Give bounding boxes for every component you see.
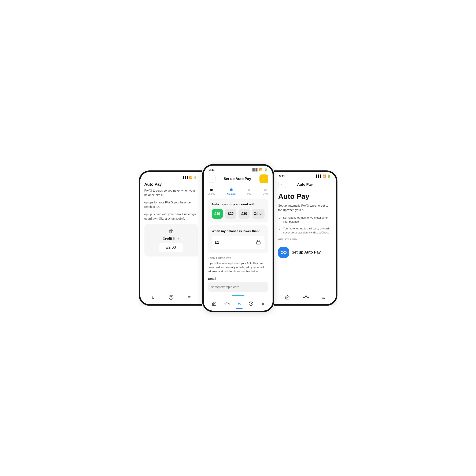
blue-indicator-left [165,289,177,289]
screenshot-container: ▐▐▐ 📶 🔋 Auto Pay PAYG top-ups so you nev… [122,164,354,312]
checkmark-icon-1: ✓ [278,216,281,220]
amount-card-title: Auto top-up my account with: [212,202,265,206]
stepper-label-amount: Amount [227,193,236,195]
status-bar-center: 9:41 ▐▐▐ 📶 🔋 [204,166,272,173]
nav-item-currency-center[interactable]: £ [238,301,241,306]
left-description-2: op-ups for your PAYG your balance reache… [144,200,198,209]
svg-line-13 [305,296,305,297]
page-title-center: Set up Auto Pay [224,177,251,181]
back-button-right[interactable]: ← [278,181,286,188]
stepper-line-3 [251,190,263,190]
check-text-2: Your auto top-up is paid card, so you'll… [283,226,332,235]
nav-header-left: Auto Pay [140,180,202,188]
setup-btn-label: Set up Auto Pay [292,250,321,255]
checkmark-icon-2: ✓ [278,227,281,231]
status-icons-left: ▐▐▐ 📶 🔋 [182,176,197,179]
nav-item-nodes-center[interactable] [224,301,230,306]
status-bar-right: 9:41 ▐▐▐ 📶 🔋 [274,172,336,179]
bottom-nav-center: £ ≡ [204,298,272,311]
status-time-center: 9:41 [209,168,215,171]
stepper-label-pay: Pay [247,192,251,195]
check-item-1: ✓ Set repeat top-ups for yo meter when y… [278,216,332,224]
stepper-step-done: Done [263,189,268,195]
left-description-3: op-up is paid with your bank ll never go… [144,212,198,221]
right-content: Auto Pay Set up automatic PAYG top-u for… [274,190,336,289]
stepper-step-amount: Amount [227,188,236,195]
receipt-desc: If you'd like a receipt when your Auto P… [208,261,268,274]
amount-options: £10 £20 £30 Other [212,209,265,219]
balance-amount: £2 [215,240,219,245]
credit-label: Credit limit [163,237,179,240]
nav-item-nodes-right[interactable] [303,295,309,300]
status-icons-center: ▐▐▐ 📶 🔋 [252,168,268,171]
svg-point-4 [227,302,228,303]
signal-icon-left: ▐▐▐ [182,176,188,179]
stepper-line-1 [215,190,227,190]
check-text-1: Set repeat top-ups for yo meter when you… [283,216,332,224]
battery-icon-left: 🔋 [193,176,197,179]
stepper: Energy Amount Pay Done [204,185,272,197]
wifi-icon-right: 📶 [323,174,326,178]
svg-rect-2 [256,241,260,244]
svg-line-6 [226,302,227,304]
bottom-nav-right: £ [274,292,336,304]
signal-icon-center: ▐▐▐ [252,168,257,171]
svg-point-5 [229,303,230,304]
stepper-dot-amount [230,188,233,191]
stepper-dot-pay [248,189,250,191]
battery-icon-center: 🔋 [264,168,268,171]
amount-btn-20[interactable]: £20 [225,209,237,219]
infinity-icon [278,247,289,258]
receipt-section: NEED A RECEIPT? If you'd like a receipt … [208,256,268,295]
nav-item-currency-right[interactable]: £ [322,295,325,300]
nav-item-menu-center[interactable]: ≡ [262,301,264,306]
phone-right: 9:41 ▐▐▐ 📶 🔋 ← Auto Pay Auto Pay Set up … [274,170,338,306]
amount-btn-10[interactable]: £10 [212,209,223,219]
page-title-left: Auto Pay [144,182,162,187]
main-content-center: Auto top-up my account with: £10 £20 £30… [204,197,272,295]
balance-card: When my balance is lower than: £2 [208,225,268,253]
battery-icon-right: 🔋 [327,174,331,178]
credit-card: 🗑 Credit limit £2.00 [144,224,198,256]
nav-item-currency-left[interactable]: £ [152,295,154,300]
balance-card-title: When my balance is lower than: [212,229,265,233]
nav-item-home-center[interactable] [212,301,217,306]
blue-indicator-center [232,295,244,296]
receipt-label: NEED A RECEIPT? [208,257,268,259]
stepper-step-energy: Energy [208,189,215,195]
stepper-label-done: Done [263,192,268,195]
get-started-label: GET STARTED [278,238,332,241]
divider-right [278,243,332,243]
autopay-desc: Set up automatic PAYG top-u forget to to… [278,204,332,212]
check-item-2: ✓ Your auto top-up is paid card, so you'… [278,226,332,235]
amount-card: Auto top-up my account with: £10 £20 £30… [208,199,268,222]
balance-display: £2 [212,236,265,249]
email-input[interactable] [208,282,268,292]
wifi-icon-center: 📶 [259,168,262,171]
setup-autopay-button[interactable]: Set up Auto Pay [278,246,332,259]
nav-item-menu-left[interactable]: ≡ [188,295,191,300]
bottom-nav-left: £ ? ≡ [140,292,202,304]
stepper-step-pay: Pay [247,189,251,195]
lock-icon [256,239,261,246]
stepper-label-energy: Energy [208,192,215,195]
nav-item-home-right[interactable] [285,295,290,300]
nav-item-help-left[interactable]: ? [169,295,174,300]
svg-text:?: ? [170,296,172,299]
amount-btn-other[interactable]: Other [252,209,265,219]
nav-header-center: ← Set up Auto Pay ⚡ [204,173,272,185]
nav-item-help-center[interactable] [249,301,253,306]
svg-point-12 [307,297,308,298]
lightning-icon: ⚡ [261,176,266,181]
blue-indicator-right [299,289,311,289]
back-button-center[interactable]: ← [208,175,216,183]
action-button-center[interactable]: ⚡ [259,174,268,183]
credit-value: £2.00 [166,245,176,250]
svg-point-3 [225,303,226,304]
signal-icon-right: ▐▐▐ [315,174,321,178]
amount-btn-30[interactable]: £30 [238,209,250,219]
status-time-right: 9:41 [279,174,285,178]
phone-center: 9:41 ▐▐▐ 📶 🔋 ← Set up Auto Pay ⚡ Energy [202,164,274,312]
svg-line-14 [306,296,307,297]
left-description-1: PAYG top-ups so you never when your bala… [144,188,198,197]
